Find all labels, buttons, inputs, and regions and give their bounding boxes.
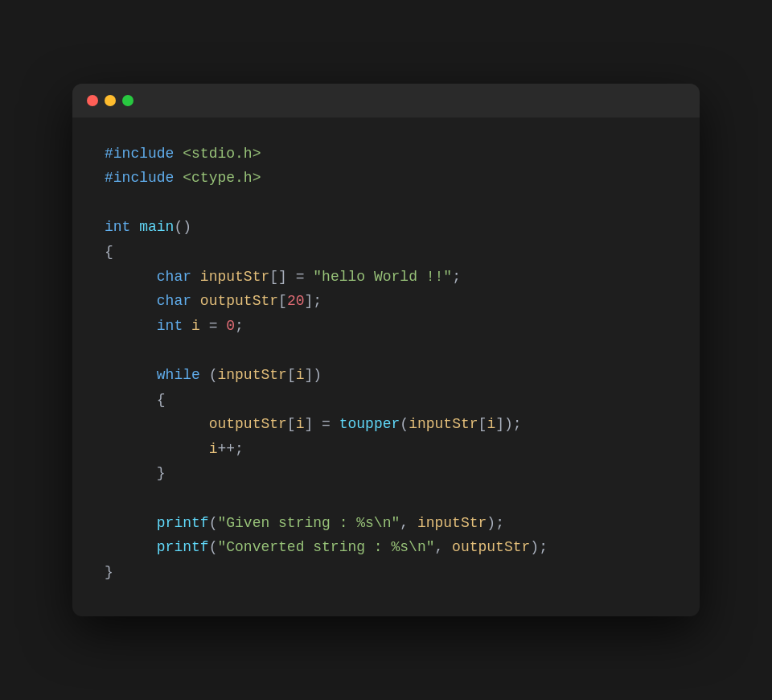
minimize-button[interactable]	[105, 95, 116, 106]
code-window: #include <stdio.h> #include <ctype.h> in…	[72, 84, 700, 617]
close-button[interactable]	[87, 95, 98, 106]
maximize-button[interactable]	[122, 95, 133, 106]
code-editor: #include <stdio.h> #include <ctype.h> in…	[72, 117, 700, 617]
title-bar	[72, 84, 700, 117]
